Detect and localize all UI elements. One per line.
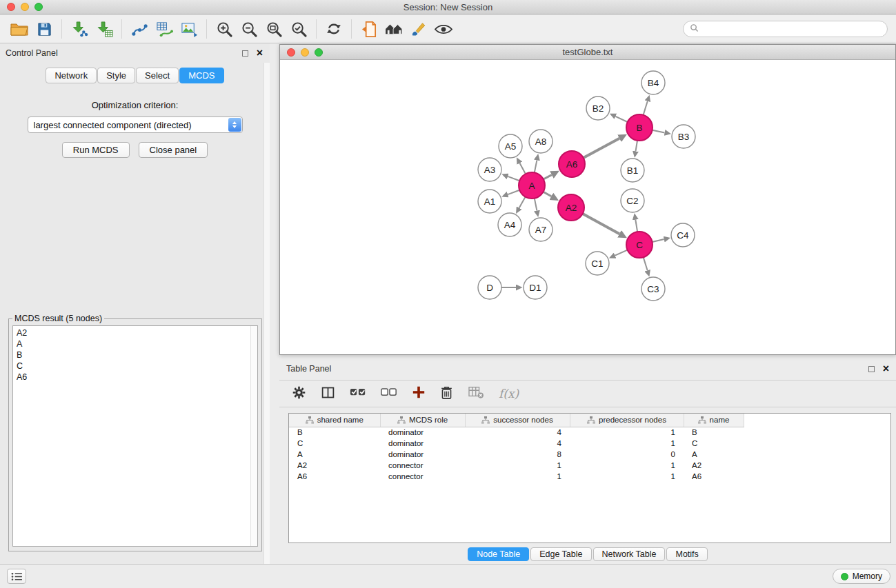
float-panel-icon[interactable]	[242, 50, 248, 57]
delete-column-icon[interactable]	[440, 385, 453, 403]
new-network-icon[interactable]	[127, 18, 152, 40]
table-cell[interactable]: 1	[570, 427, 684, 438]
save-session-icon[interactable]	[32, 18, 57, 40]
graph-edge-A-A8[interactable]	[535, 160, 537, 172]
tab-select[interactable]: Select	[136, 68, 179, 83]
network-minimize-button[interactable]	[301, 48, 309, 57]
select-all-icon[interactable]	[350, 386, 366, 402]
open-file-icon[interactable]	[7, 18, 32, 40]
import-network-file-icon[interactable]	[67, 18, 92, 40]
table-cell[interactable]: A6	[289, 471, 380, 482]
minimize-window-button[interactable]	[21, 3, 29, 11]
column-header-MCDS-role[interactable]: MCDS role	[380, 414, 465, 427]
column-header-name[interactable]: name	[684, 414, 744, 427]
mcds-result-item[interactable]: A2	[17, 327, 257, 338]
table-cell[interactable]: dominator	[380, 427, 465, 438]
show-columns-icon[interactable]	[321, 385, 335, 403]
show-hide-eye-icon[interactable]	[431, 18, 456, 40]
table-cell[interactable]: 1	[465, 471, 570, 482]
export-image-icon[interactable]	[177, 18, 201, 40]
new-network-table-icon[interactable]	[152, 18, 177, 40]
tab-motifs[interactable]: Motifs	[666, 547, 707, 561]
table-row[interactable]: Adominator80A	[289, 449, 744, 460]
close-window-button[interactable]	[7, 3, 15, 11]
table-cell[interactable]: C	[289, 438, 380, 449]
zoom-fit-icon[interactable]	[261, 18, 286, 40]
table-cell[interactable]: 0	[570, 449, 684, 460]
table-row[interactable]: Cdominator41C	[289, 438, 744, 449]
graph-edge-C-C4[interactable]	[653, 239, 664, 242]
graph-edge-A-A2[interactable]	[544, 192, 552, 196]
graph-edge-C-C2[interactable]	[635, 220, 637, 232]
table-cell[interactable]: 8	[465, 449, 570, 460]
combo-stepper-icon[interactable]	[228, 118, 241, 132]
graph-edge-A-A3[interactable]	[508, 176, 519, 181]
refresh-view-icon[interactable]	[321, 18, 346, 40]
graph-edge-B-B3[interactable]	[653, 130, 665, 133]
close-panel-button[interactable]: Close panel	[139, 142, 208, 158]
graph-edge-B-B1[interactable]	[636, 141, 638, 152]
mcds-result-item[interactable]: A6	[17, 372, 257, 383]
table-cell[interactable]: A	[289, 449, 380, 460]
add-column-icon[interactable]	[412, 385, 426, 402]
table-cell[interactable]: connector	[380, 471, 465, 482]
graph-edge-A-A4[interactable]	[519, 197, 526, 208]
memory-button[interactable]: Memory	[833, 569, 890, 584]
table-cell[interactable]: connector	[380, 460, 465, 471]
apply-style-icon[interactable]	[406, 18, 431, 40]
deselect-all-icon[interactable]	[381, 386, 397, 402]
column-header-predecessor-nodes[interactable]: predecessor nodes	[570, 414, 684, 427]
close-table-panel-icon[interactable]: ×	[883, 363, 889, 374]
zoom-window-button[interactable]	[34, 3, 43, 11]
network-close-button[interactable]	[287, 48, 295, 57]
column-header-successor-nodes[interactable]: successor nodes	[465, 414, 570, 427]
home-icon[interactable]	[381, 18, 406, 40]
tab-edge-table[interactable]: Edge Table	[530, 547, 591, 561]
table-cell[interactable]: 1	[570, 471, 684, 482]
task-history-button[interactable]	[7, 569, 26, 584]
table-settings-gear-icon[interactable]	[292, 385, 306, 403]
function-builder-icon[interactable]: f(x)	[499, 387, 519, 401]
graph-edge-A-A5[interactable]	[519, 163, 526, 174]
close-panel-icon[interactable]: ×	[257, 48, 263, 59]
table-row[interactable]: A2connector11A2	[289, 460, 744, 471]
graph-edge-A-A1[interactable]	[508, 190, 519, 194]
column-header-shared-name[interactable]: shared name	[289, 414, 380, 427]
table-row[interactable]: A6connector11A6	[289, 471, 744, 482]
zoom-in-icon[interactable]	[212, 18, 237, 40]
table-cell[interactable]: B	[684, 427, 744, 438]
control-panel-scrollbar[interactable]	[263, 63, 270, 564]
mcds-result-item[interactable]: B	[17, 349, 257, 361]
table-row[interactable]: Bdominator41B	[289, 427, 744, 438]
import-table-file-icon[interactable]	[92, 18, 117, 40]
graph-edge-A2-C[interactable]	[583, 214, 619, 234]
tab-node-table[interactable]: Node Table	[468, 547, 529, 561]
zoom-selected-icon[interactable]	[286, 18, 311, 40]
graph-edge-A6-B[interactable]	[584, 139, 619, 158]
open-document-icon[interactable]	[357, 18, 381, 40]
table-cell[interactable]: dominator	[380, 449, 465, 460]
network-graph[interactable]: B4B2BB3A5A8A6A3B1AA1C2A2A4A7C4CC1C3DD1	[280, 60, 895, 354]
mcds-result-item[interactable]: C	[17, 361, 257, 372]
table-cell[interactable]: A2	[289, 460, 380, 471]
network-canvas[interactable]: B4B2BB3A5A8A6A3B1AA1C2A2A4A7C4CC1C3DD1	[280, 60, 895, 354]
mcds-result-item[interactable]: A	[17, 338, 257, 349]
zoom-out-icon[interactable]	[237, 18, 261, 40]
tab-style[interactable]: Style	[97, 68, 135, 83]
table-cell[interactable]: A6	[684, 471, 744, 482]
table-cell[interactable]: 4	[465, 438, 570, 449]
float-table-panel-icon[interactable]	[868, 366, 875, 372]
table-cell[interactable]: 4	[465, 427, 570, 438]
table-cell[interactable]: C	[684, 438, 744, 449]
graph-edge-B-B4[interactable]	[644, 101, 648, 115]
table-cell[interactable]: B	[289, 427, 380, 438]
graph-edge-C-C1[interactable]	[615, 250, 628, 256]
graph-edge-A-A7[interactable]	[535, 199, 537, 211]
graph-edge-C-C3[interactable]	[644, 257, 648, 270]
table-cell[interactable]: 1	[570, 460, 684, 471]
tab-network-table[interactable]: Network Table	[593, 547, 666, 561]
graph-edge-B-B2[interactable]	[615, 116, 627, 122]
run-mcds-button[interactable]: Run MCDS	[62, 142, 130, 158]
criterion-select[interactable]: largest connected component (directed)	[28, 116, 243, 133]
table-cell[interactable]: 1	[570, 438, 684, 449]
